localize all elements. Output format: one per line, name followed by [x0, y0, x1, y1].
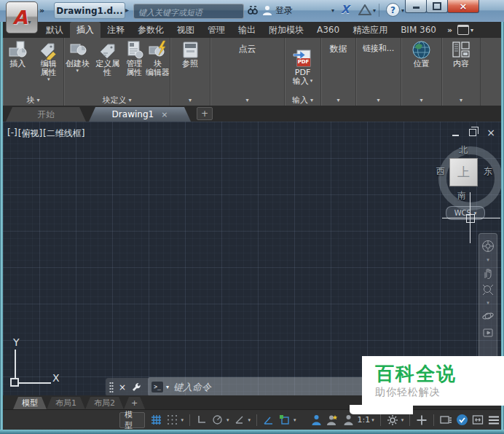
search-input[interactable] [134, 6, 243, 20]
object-snap-toggle[interactable] [277, 413, 292, 427]
hardware-acceleration-indicator[interactable] [454, 413, 469, 427]
sign-in-dropdown-icon[interactable]: ▾ [331, 7, 334, 14]
block-editor-button[interactable]: 块 编辑器 [146, 40, 170, 94]
customization-menu-button[interactable] [487, 413, 501, 427]
file-tab-start[interactable]: 开始 [6, 107, 86, 122]
clean-screen-button[interactable] [470, 413, 485, 427]
tab-view[interactable]: 视图 [170, 22, 201, 38]
object-snap-tracking-toggle[interactable] [261, 413, 276, 427]
annotation-visibility-toggle[interactable] [309, 413, 323, 427]
data-label[interactable]: 数据 [330, 43, 347, 94]
customize-wrench-icon[interactable] [131, 382, 141, 392]
graphics-performance-button[interactable] [438, 413, 453, 427]
file-tab-drawing1[interactable]: Drawing1 × [89, 107, 191, 122]
tab-home[interactable]: 默认 [39, 22, 70, 38]
panel-block-title[interactable]: 块 ▾ [3, 94, 63, 106]
set-location-button[interactable]: 位置 [406, 40, 437, 94]
tab-insert[interactable]: 插入 [70, 22, 101, 38]
ortho-mode-toggle[interactable] [194, 413, 209, 427]
model-space-toggle[interactable]: 模型 [119, 412, 145, 428]
panel-reference-expand[interactable]: ▾ [170, 94, 210, 106]
reference-attach-button[interactable]: 参照 [175, 40, 205, 94]
viewcube-south-label[interactable]: 南 [457, 189, 466, 202]
drawing-close-icon[interactable]: × [487, 127, 495, 138]
scale-dropdown-icon[interactable]: ▾ [371, 417, 374, 423]
sign-in-button[interactable]: 登录 [262, 4, 293, 17]
design-center-button[interactable]: 内容 [446, 40, 476, 94]
autoscale-toggle[interactable] [325, 413, 339, 427]
viewcube-top-face[interactable]: 上 [449, 158, 478, 186]
layout2-tab[interactable]: 布局2 [85, 397, 124, 409]
navigation-wheel-icon[interactable] [481, 240, 495, 253]
isodraft-dropdown-icon[interactable]: ▾ [248, 417, 251, 423]
point-cloud-label[interactable]: 点云 [239, 43, 256, 94]
annotation-scale-value[interactable]: 1:1 [357, 415, 370, 425]
isometric-drafting-toggle[interactable] [232, 413, 247, 427]
tab-addins[interactable]: 附加模块 [262, 22, 310, 38]
ribbon-display-toggle[interactable]: ▾ [457, 25, 473, 35]
autodesk-a360-icon[interactable] [358, 4, 371, 18]
maximize-button[interactable] [426, 0, 448, 13]
viewcube-east-label[interactable]: 东 [484, 165, 492, 178]
panel-blockdef-title[interactable]: 块定义 ▾ [64, 94, 170, 106]
panel-location-expand[interactable]: ▾ [401, 94, 441, 106]
annotation-scale-people-toggle[interactable] [341, 413, 355, 427]
minimize-button[interactable] [405, 0, 427, 13]
tab-output[interactable]: 输出 [232, 22, 262, 38]
file-tab-close-icon[interactable]: × [161, 110, 168, 119]
recent-commands-icon[interactable]: ▾ [166, 384, 169, 390]
polar-dropdown-icon[interactable]: ▾ [227, 417, 229, 423]
tab-a360[interactable]: A360 [310, 22, 346, 38]
tab-manage[interactable]: 管理 [201, 22, 232, 38]
help-dropdown-icon[interactable]: ▾ [401, 7, 404, 14]
edit-attribute-button[interactable]: 编辑 属性 ▾ [34, 40, 64, 94]
command-prompt-icon[interactable]: >_ [151, 382, 163, 392]
application-menu-button[interactable]: A ▾ [6, 1, 38, 33]
link-label[interactable]: 链接和... [363, 43, 395, 94]
qat-arrow-icon[interactable]: ▸ [125, 6, 129, 14]
panel-import-title[interactable]: 输入 ▾ [285, 94, 320, 106]
drawing-canvas[interactable]: [-] [俯视] [二维线框] × 北 西 东 南 上 WCS ▾ ▾ [3, 122, 501, 395]
viewport-menu-control[interactable]: [-] [7, 127, 17, 140]
new-layout-button[interactable]: + [124, 397, 145, 409]
drawing-minimize-icon[interactable] [452, 135, 459, 136]
viewcube-north-label[interactable]: 北 [459, 144, 468, 157]
insert-block-button[interactable]: 插入 [3, 40, 33, 94]
tab-featured-apps[interactable]: 精选应用 [346, 22, 394, 38]
snap-dropdown-icon[interactable]: ▾ [181, 417, 184, 423]
workspace-switching[interactable] [385, 413, 400, 427]
snap-mode-toggle[interactable] [165, 413, 180, 427]
grid-display-toggle[interactable] [149, 413, 164, 427]
navbar-dropdown-icon[interactable]: ▾ [487, 258, 489, 262]
tab-annotate[interactable]: 注释 [101, 22, 131, 38]
panel-content-expand[interactable]: ▾ [442, 94, 480, 106]
tab-overflow-icon[interactable]: » [447, 25, 452, 35]
visual-style-control[interactable]: [二维线框] [43, 127, 84, 140]
pan-hand-icon[interactable] [482, 267, 494, 279]
close-button[interactable]: × [447, 0, 479, 13]
drawing-restore-icon[interactable] [469, 129, 476, 136]
showmotion-icon[interactable] [482, 327, 494, 339]
command-close-icon[interactable]: × [119, 382, 126, 392]
orbit-icon[interactable] [482, 310, 494, 322]
create-block-button[interactable]: 创建块 ▾ [64, 40, 91, 94]
exchange-apps-icon[interactable]: X [341, 3, 350, 16]
layout1-tab[interactable]: 布局1 [47, 397, 85, 409]
zoom-icon[interactable] [482, 284, 494, 296]
navbar-dropdown-icon2[interactable]: ▾ [487, 301, 489, 305]
viewcube-west-label[interactable]: 西 [436, 165, 445, 178]
qat-expand-icon[interactable]: » [39, 6, 44, 15]
polar-tracking-toggle[interactable] [210, 413, 225, 427]
define-attributes-button[interactable]: 定义属性 [92, 40, 123, 94]
tab-bim360[interactable]: BIM 360 [394, 22, 443, 38]
tab-parametric[interactable]: 参数化 [131, 22, 170, 38]
a360-dropdown-icon[interactable]: ▾ [373, 7, 376, 14]
panel-pointcloud-expand[interactable]: ▾ [210, 94, 284, 106]
model-tab[interactable]: 模型 [13, 397, 47, 409]
command-input[interactable] [172, 381, 365, 393]
workspace-dropdown-icon[interactable]: ▾ [401, 417, 404, 423]
pdf-import-button[interactable]: PDF PDF 输入 ▾ [288, 49, 318, 86]
drag-handle-icon[interactable] [109, 382, 114, 393]
panel-link-expand[interactable]: ▾ [356, 94, 401, 106]
isolate-objects-button[interactable] [414, 413, 429, 427]
